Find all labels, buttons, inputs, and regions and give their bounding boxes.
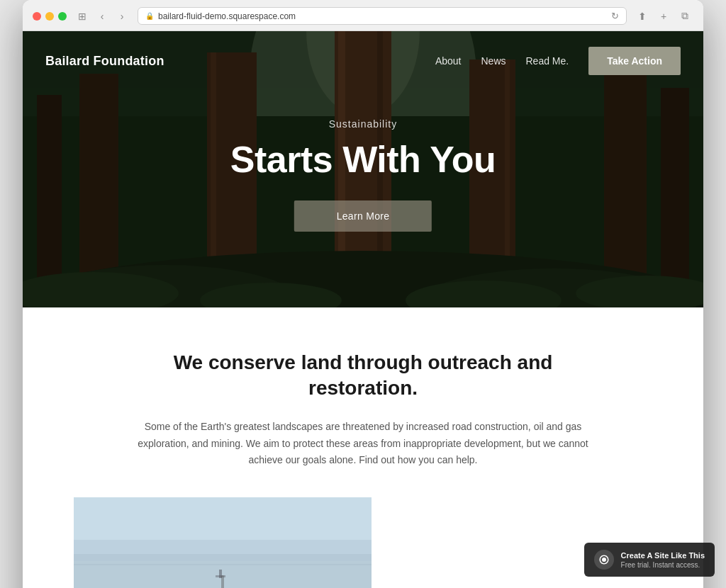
svg-rect-29 [216,575,225,577]
browser-chrome: ⊞ ‹ › 🔒 bailard-fluid-demo.squarespace.c… [23,0,703,31]
bottom-section [51,497,675,588]
lock-icon: 🔒 [145,12,154,20]
nav-news[interactable]: News [481,55,506,67]
url-text: bailard-fluid-demo.squarespace.com [158,11,296,21]
windows-button[interactable]: ⧉ [676,8,693,25]
reload-button[interactable]: ↻ [611,11,619,21]
browser-window: ⊞ ‹ › 🔒 bailard-fluid-demo.squarespace.c… [23,0,703,588]
svg-rect-26 [74,540,372,561]
back-button[interactable]: ‹ [94,8,111,25]
new-tab-button[interactable]: + [655,8,672,25]
close-button[interactable] [33,12,41,21]
landscape-svg [74,497,372,588]
hero-section: Bailard Foundation About News Read Me. T… [23,31,703,307]
browser-actions: ⬆ + ⧉ [634,8,693,25]
section-body-text: Some of the Earth's greatest landscapes … [136,419,590,469]
sidebar-toggle-button[interactable]: ⊞ [74,8,91,25]
hero-subtitle: Sustainability [230,118,496,130]
forward-button[interactable]: › [113,8,130,25]
traffic-lights [33,12,67,21]
take-action-button[interactable]: Take Action [588,47,681,75]
browser-controls: ⊞ ‹ › [74,8,130,25]
squarespace-logo-icon [594,550,614,570]
navbar: Bailard Foundation About News Read Me. T… [23,31,703,91]
badge-title: Create A Site Like This [621,551,703,560]
hero-content: Sustainability Starts With You Learn Mor… [230,118,496,232]
maximize-button[interactable] [58,12,67,21]
badge-text: Create A Site Like This Free trial. Inst… [621,551,703,569]
nav-links: About News Read Me. Take Action [435,47,681,75]
bottom-image [74,497,372,588]
site-logo[interactable]: Bailard Foundation [45,54,164,69]
learn-more-button[interactable]: Learn More [294,200,432,232]
squarespace-badge[interactable]: Create A Site Like This Free trial. Inst… [584,543,703,577]
badge-subtitle: Free trial. Instant access. [621,561,703,569]
minimize-button[interactable] [45,12,54,21]
site-content: Bailard Foundation About News Read Me. T… [23,31,703,588]
share-button[interactable]: ⬆ [634,8,651,25]
hero-title: Starts With You [230,138,496,181]
nav-about[interactable]: About [435,55,462,67]
address-bar[interactable]: 🔒 bailard-fluid-demo.squarespace.com ↻ [138,7,627,25]
section-headline: We conserve land through outreach and re… [172,350,554,402]
nav-read-me[interactable]: Read Me. [526,55,569,67]
